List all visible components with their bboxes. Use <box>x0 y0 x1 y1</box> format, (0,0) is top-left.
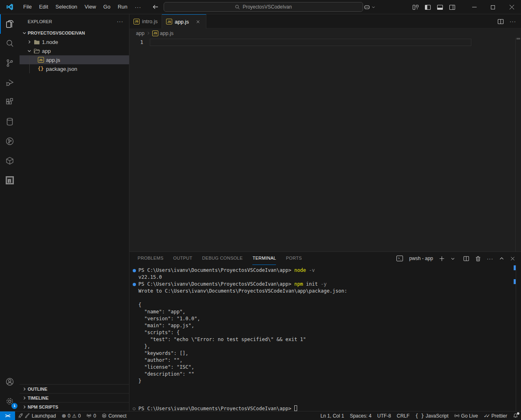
custom-extension-icon[interactable] <box>0 171 20 190</box>
terminal-line: "license": "ISC", <box>129 364 515 371</box>
maximize-panel-icon[interactable] <box>498 255 505 262</box>
terminal-title[interactable]: pwsh - app <box>409 256 433 261</box>
explorer-icon[interactable] <box>0 14 20 34</box>
accounts-icon[interactable] <box>0 372 20 392</box>
chevron-right-icon <box>26 39 33 44</box>
tab-intro-js[interactable]: JSintro.js <box>129 14 162 28</box>
menu-overflow-icon[interactable]: ··· <box>131 4 145 10</box>
close-panel-icon[interactable] <box>509 255 516 262</box>
panel-tab-debug-console[interactable]: DEBUG CONSOLE <box>202 252 243 265</box>
terminal-text: "main": "app.js", <box>138 323 194 328</box>
window-minimize-button[interactable] <box>465 0 484 14</box>
terminal-dropdown-icon[interactable] <box>450 256 456 262</box>
section-timeline[interactable]: TIMELINE <box>20 393 129 402</box>
command-decoration-icon[interactable] <box>133 269 136 272</box>
editor-more-actions-icon[interactable]: ··· <box>509 18 517 25</box>
section-label: NPM SCRIPTS <box>28 405 58 409</box>
window-close-button[interactable] <box>502 0 521 14</box>
editor-scrollbar[interactable] <box>515 38 521 252</box>
terminal-text: "name": "app", <box>138 309 186 315</box>
json-icon: {} <box>37 66 45 72</box>
menu-view[interactable]: View <box>81 2 100 11</box>
panel-tab-ports[interactable]: PORTS <box>286 252 302 265</box>
terminal-scrollbar[interactable] <box>516 265 516 411</box>
terminal-text: "license": "ISC", <box>138 364 194 370</box>
explorer-more-actions-icon[interactable]: ··· <box>114 18 126 25</box>
terminal-text: "author": "", <box>138 357 182 363</box>
toggle-secondary-sidebar-icon[interactable] <box>448 3 457 12</box>
status-problems[interactable]: ⊗0⚠0 <box>59 411 83 420</box>
source-control-icon[interactable] <box>0 53 20 73</box>
editor-area: JSintro.jsJSapp.js ··· appJSapp.js 1 <box>129 14 521 252</box>
toggle-primary-sidebar-icon[interactable] <box>423 3 432 12</box>
extensions-icon[interactable] <box>0 92 20 112</box>
vscode-logo-icon <box>0 3 20 11</box>
status-go-live[interactable]: Go Live <box>451 411 481 420</box>
breadcrumb-label: app <box>136 31 144 36</box>
status-launchpad[interactable]: Launchpad <box>15 411 59 420</box>
settings-gear-icon[interactable]: 1 <box>0 392 20 411</box>
status-encoding[interactable]: UTF-8 <box>374 411 394 420</box>
new-terminal-icon[interactable] <box>438 255 446 262</box>
copilot-button[interactable] <box>363 0 375 14</box>
split-terminal-icon[interactable] <box>462 255 470 262</box>
terminal-line: "author": "", <box>129 357 515 364</box>
remote-circle-icon[interactable] <box>0 131 20 151</box>
command-decoration-icon[interactable] <box>133 283 136 286</box>
menu-selection[interactable]: Selection <box>52 2 81 11</box>
panel-tab-output[interactable]: OUTPUT <box>173 252 193 265</box>
status-forwarded-ports[interactable]: 0 <box>83 411 99 420</box>
menu-go[interactable]: Go <box>100 2 114 11</box>
tab-app-js[interactable]: JSapp.js <box>162 14 206 28</box>
close-tab-icon[interactable] <box>194 18 202 26</box>
terminal-text: "test": "echo \"Error: no test specified… <box>138 337 306 342</box>
section-npm-scripts[interactable]: NPM SCRIPTS <box>20 402 129 411</box>
status-notifications[interactable] <box>510 411 521 420</box>
editor-content[interactable]: 1 <box>129 38 521 252</box>
panel-tab-terminal[interactable]: TERMINAL <box>252 252 276 265</box>
command-center-search[interactable]: ProyectosVSCodeIvan <box>164 2 363 12</box>
tree-item-package-json[interactable]: {}package.json <box>20 64 129 73</box>
status-cursor-position[interactable]: Ln 1, Col 1 <box>317 411 347 420</box>
terminal-output[interactable]: PS C:\Users\ivanv\Documents\ProyectosVSC… <box>129 265 515 411</box>
terminal-text: npm <box>294 281 303 287</box>
status-eol-sequence[interactable]: CRLF <box>394 411 412 420</box>
terminal-text: -v <box>306 267 315 273</box>
breadcrumb-item-app-js[interactable]: JSapp.js <box>152 31 173 36</box>
customize-layout-icon[interactable] <box>411 3 420 12</box>
tree-item-1-node[interactable]: 1.node <box>20 37 129 46</box>
status-remote-indicator[interactable]: >< <box>0 411 15 420</box>
command-decoration-icon[interactable] <box>133 407 136 410</box>
container-cube-icon[interactable] <box>0 151 20 171</box>
status-container-connect[interactable]: Connect <box>99 411 129 420</box>
tree-root-folder[interactable]: PROYECTOSVSCODEIVAN <box>20 28 129 37</box>
status-text: Ln 1, Col 1 <box>320 413 344 419</box>
editor-tab-bar: JSintro.jsJSapp.js ··· <box>129 14 521 28</box>
split-editor-icon[interactable] <box>497 18 505 26</box>
run-and-debug-icon[interactable] <box>0 73 20 92</box>
tree-item-app[interactable]: app <box>20 46 129 55</box>
search-nav-icon[interactable] <box>0 34 20 53</box>
chevron-right-icon <box>21 405 28 409</box>
status-indentation[interactable]: Spaces: 4 <box>347 411 374 420</box>
window-maximize-button[interactable] <box>484 0 502 14</box>
panel-more-actions-icon[interactable]: ··· <box>486 255 494 262</box>
status-text: 0 <box>78 413 81 419</box>
nav-back-icon[interactable] <box>152 4 159 10</box>
chevron-down-icon <box>372 5 375 9</box>
menu-edit[interactable]: Edit <box>35 2 52 11</box>
toggle-panel-icon[interactable] <box>436 3 444 12</box>
kill-terminal-icon[interactable] <box>474 255 482 262</box>
menu-run[interactable]: Run <box>114 2 131 11</box>
panel-tab-problems[interactable]: PROBLEMS <box>138 252 164 265</box>
breadcrumb-item-app[interactable]: app <box>136 31 144 36</box>
status-prettier[interactable]: ✓✓Prettier <box>481 411 510 420</box>
database-icon[interactable] <box>0 112 20 131</box>
status-text: 0 <box>68 413 70 419</box>
status-text: Go Live <box>461 413 478 419</box>
menu-file[interactable]: File <box>20 2 35 11</box>
status-bar: ><Launchpad⊗0⚠00Connect Ln 1, Col 1Space… <box>0 411 521 420</box>
section-outline[interactable]: OUTLINE <box>20 384 129 393</box>
status-language-mode[interactable]: { }JavaScript <box>412 411 451 420</box>
tree-item-app-js[interactable]: JSapp.js <box>20 55 129 64</box>
